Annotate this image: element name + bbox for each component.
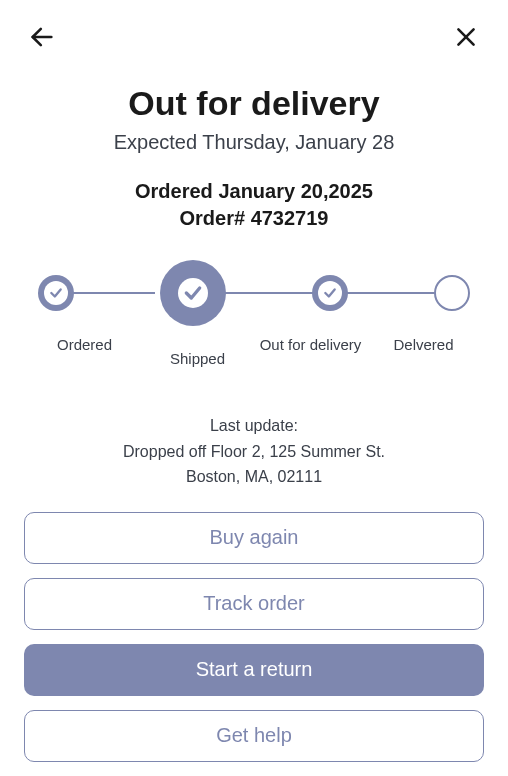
track-order-button[interactable]: Track order (24, 578, 484, 630)
progress-label: Delvered (367, 336, 480, 353)
last-update-address-line2: Boston, MA, 02111 (0, 464, 508, 490)
progress-step-ordered (38, 275, 74, 311)
last-update-block: Last update: Dropped off Floor 2, 125 Su… (0, 413, 508, 490)
title-block: Out for delivery Expected Thursday, Janu… (0, 84, 508, 154)
progress-circle (434, 275, 470, 311)
check-icon (183, 283, 203, 303)
close-button[interactable] (446, 18, 486, 58)
close-icon (453, 24, 479, 53)
progress-step-out-for-delivery (312, 275, 348, 311)
buy-again-button[interactable]: Buy again (24, 512, 484, 564)
last-update-label: Last update: (0, 413, 508, 439)
get-help-button[interactable]: Get help (24, 710, 484, 762)
progress-step-delivered (434, 275, 470, 311)
expected-date: Expected Thursday, January 28 (0, 131, 508, 154)
start-return-button[interactable]: Start a return (24, 644, 484, 696)
progress-circle (312, 275, 348, 311)
progress-circle (38, 275, 74, 311)
progress-tracker: Ordered Shipped Out for delivery Delvere… (0, 260, 508, 353)
order-meta: Ordered January 20,2025 Order# 4732719 (0, 180, 508, 230)
order-date-line: Ordered January 20,2025 (0, 180, 508, 203)
progress-label: Ordered (28, 336, 141, 353)
check-icon (323, 286, 337, 300)
order-id-line: Order# 4732719 (0, 207, 508, 230)
actions-block: Buy again Track order Start a return Get… (0, 512, 508, 762)
check-icon (49, 286, 63, 300)
progress-label: Out for delivery (254, 336, 367, 353)
progress-circle (160, 260, 226, 326)
page-title: Out for delivery (0, 84, 508, 123)
progress-step-shipped (160, 260, 226, 326)
header-bar (0, 0, 508, 58)
progress-label: Shipped (141, 350, 254, 367)
last-update-address-line1: Dropped off Floor 2, 125 Summer St. (0, 439, 508, 465)
back-button[interactable] (22, 18, 62, 58)
arrow-left-icon (28, 23, 56, 54)
